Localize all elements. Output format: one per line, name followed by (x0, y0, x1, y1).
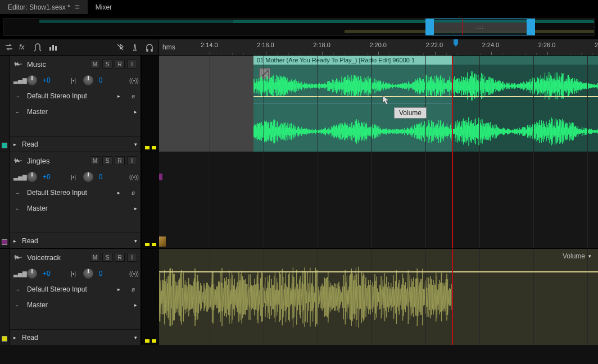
track-jingles-lane[interactable] (159, 152, 598, 248)
track-jingles-output[interactable]: Master (27, 204, 129, 212)
track-voicetrack-lane[interactable]: Volume ▾ (159, 249, 598, 345)
chevron-right-icon[interactable]: ▸ (117, 190, 120, 195)
track-voicetrack-edge[interactable] (0, 249, 10, 345)
svg-text:fx: fx (19, 43, 25, 51)
track-jingles-pan[interactable]: 0 (99, 173, 103, 181)
chevron-down-icon: ▾ (588, 253, 591, 259)
track-voicetrack-mute[interactable]: M (90, 253, 100, 262)
track-music-pan-knob[interactable] (83, 75, 93, 85)
track-voicetrack-pan-knob[interactable] (83, 269, 93, 279)
navigator-visible-region[interactable]: :::: (425, 19, 535, 35)
expand-icon[interactable]: ▸ (13, 142, 16, 147)
navigator-handle-right[interactable] (527, 19, 534, 35)
track-music-edge[interactable] (0, 56, 10, 152)
track-voicetrack-pan[interactable]: 0 (99, 270, 103, 277)
track-music-input[interactable]: Default Stereo Input (27, 92, 112, 100)
track-voicetrack: Voicetrack M S R I ▃▅▇ +0 |•| 0 ((•)) (0, 248, 598, 345)
bars-icon[interactable] (48, 43, 57, 52)
chevron-down-icon[interactable]: ▾ (134, 335, 137, 340)
track-music-name[interactable]: Music (27, 60, 85, 69)
track-jingles-vol-knob[interactable] (27, 172, 37, 182)
clip-jingles-fragment2[interactable] (159, 236, 166, 247)
track-voicetrack-name[interactable]: Voicetrack (27, 253, 85, 262)
time-ruler[interactable]: hms 2:14.02:16.02:18.02:20.02:22.02:24.0… (159, 39, 598, 55)
chevron-right-icon[interactable]: ▸ (134, 109, 137, 115)
track-voicetrack-input-monitor[interactable]: I (127, 253, 137, 262)
track-music-lane[interactable]: 01 Mother (Are You Ready To Play_) [Radi… (159, 56, 598, 152)
track-voicetrack-input[interactable]: Default Stereo Input (27, 285, 112, 293)
track-voicetrack-record[interactable]: R (115, 253, 125, 262)
chevron-right-icon[interactable]: ▸ (134, 206, 137, 211)
expand-icon[interactable]: ▸ (13, 335, 16, 340)
navigator-handle-left[interactable] (426, 19, 434, 35)
expand-icon[interactable]: ▸ (13, 238, 16, 244)
stereo-icon[interactable]: ((•)) (129, 271, 137, 277)
volume-bars-icon: ▃▅▇ (13, 78, 21, 84)
track-music-automation[interactable]: Read (22, 140, 129, 148)
phase-icon[interactable]: ø (129, 286, 137, 293)
track-jingles-automation[interactable]: Read (22, 237, 129, 245)
track-jingles-pan-knob[interactable] (83, 172, 93, 182)
playhead-line[interactable] (452, 249, 453, 345)
volume-envelope-tail[interactable] (452, 96, 598, 97)
chevron-right-icon[interactable]: ▸ (117, 286, 120, 292)
metronome-icon[interactable] (130, 43, 139, 52)
navigator-scroll-thumb[interactable]: :::: (434, 22, 527, 31)
navigator-track[interactable]: :::: (3, 18, 595, 36)
track-voicetrack-automation[interactable]: Read (22, 334, 129, 342)
chevron-right-icon[interactable]: ▸ (117, 93, 120, 99)
track-jingles-vol[interactable]: +0 (43, 173, 51, 181)
stereo-icon[interactable]: ((•)) (129, 78, 137, 84)
volume-envelope[interactable] (253, 96, 452, 97)
playhead-line[interactable] (452, 152, 453, 248)
track-voicetrack-colorchip[interactable] (2, 336, 7, 342)
chevron-down-icon[interactable]: ▾ (134, 142, 137, 147)
track-voicetrack-meter (141, 249, 159, 345)
fx-icon[interactable]: fx (19, 43, 28, 52)
chevron-down-icon[interactable]: ▾ (134, 238, 137, 244)
headphones-icon[interactable] (145, 43, 154, 52)
track-jingles-input[interactable]: Default Stereo Input (27, 189, 112, 197)
track-jingles-mute[interactable]: M (90, 156, 100, 165)
phase-icon[interactable]: ø (129, 93, 137, 99)
track-jingles-record[interactable]: R (115, 156, 125, 165)
track-jingles-panel: Jingles M S R I ▃▅▇ +0 |•| 0 ((•)) (10, 152, 141, 248)
clip-music-selected[interactable]: 01 Mother (Are You Ready To Play_) [Radi… (253, 56, 452, 152)
clip-jingles-fragment[interactable] (159, 174, 162, 180)
track-voicetrack-output[interactable]: Master (27, 301, 129, 309)
tab-mixer[interactable]: Mixer (88, 0, 120, 14)
track-jingles-name[interactable]: Jingles (27, 157, 85, 165)
track-music-record[interactable]: R (115, 60, 125, 69)
track-jingles-solo[interactable]: S (102, 156, 112, 165)
phase-icon[interactable]: ø (129, 190, 137, 196)
track-jingles-colorchip[interactable] (2, 239, 7, 245)
track-voicetrack-vol[interactable]: +0 (43, 270, 51, 277)
track-jingles-input-monitor[interactable]: I (127, 156, 137, 165)
meter-r (152, 339, 156, 343)
swap-icon[interactable] (4, 43, 13, 52)
track-music-vol-knob[interactable] (27, 75, 37, 85)
voicetrack-envelope-dropdown[interactable]: Volume ▾ (563, 252, 591, 260)
music-lane-empty (159, 56, 253, 152)
track-voicetrack-solo[interactable]: S (102, 253, 112, 262)
mute-view-icon[interactable] (116, 43, 125, 52)
track-music-solo[interactable]: S (102, 60, 112, 69)
track-music-colorchip[interactable] (2, 143, 7, 148)
voicetrack-volume-envelope[interactable] (159, 271, 598, 272)
track-music-vol[interactable]: +0 (43, 76, 51, 84)
playhead-line[interactable] (452, 56, 453, 152)
chevron-right-icon[interactable]: ▸ (134, 302, 137, 308)
pan-envelope[interactable] (253, 103, 452, 103)
track-music-input-monitor[interactable]: I (127, 60, 137, 69)
track-music-mute[interactable]: M (90, 60, 100, 69)
track-music-pan[interactable]: 0 (99, 76, 103, 84)
waveform-icon (13, 156, 22, 165)
hamburger-icon[interactable]: ☰ (75, 4, 80, 10)
track-voicetrack-vol-knob[interactable] (27, 269, 37, 279)
clip-music-tail[interactable] (452, 56, 598, 152)
track-jingles-edge[interactable] (0, 152, 10, 248)
tab-editor[interactable]: Editor: Show1.sesx * ☰ (0, 0, 88, 14)
track-music-output[interactable]: Master (27, 108, 129, 116)
stereo-icon[interactable]: ((•)) (129, 174, 137, 180)
snap-icon[interactable] (34, 43, 43, 52)
